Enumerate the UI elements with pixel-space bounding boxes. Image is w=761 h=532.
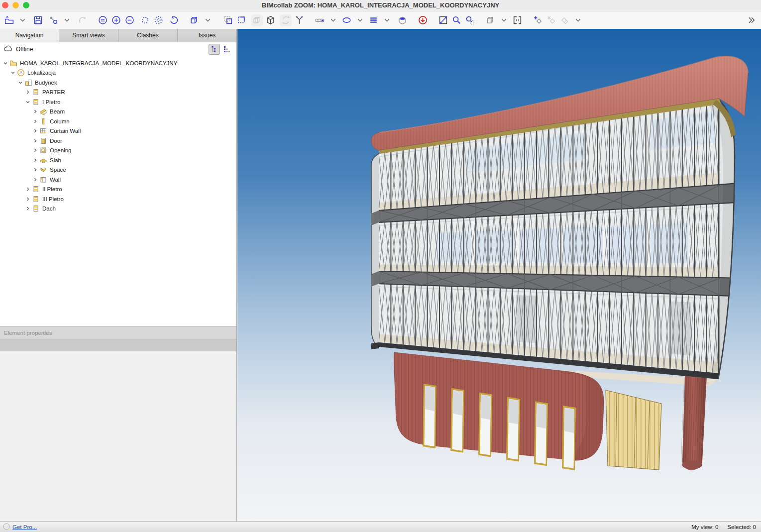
hide-circle-minus-icon[interactable]: [123, 14, 135, 26]
chevron-right-icon[interactable]: [24, 196, 31, 203]
element-properties-body: [0, 351, 236, 521]
share-link-icon[interactable]: [47, 14, 59, 26]
save-viewpoint-icon[interactable]: [32, 14, 44, 26]
clipping-planes-icon: [558, 14, 570, 26]
tree-view-toggles: [209, 44, 232, 55]
ruler-chevron-icon[interactable]: [327, 14, 339, 26]
status-counters: My view: 0 Selected: 0: [691, 524, 761, 530]
tree-item-i-pietro[interactable]: I Pietro: [0, 97, 236, 107]
tree-item-budynek[interactable]: Budynek: [0, 78, 236, 88]
transparent-dotted-ring-icon[interactable]: [152, 14, 164, 26]
add-clipping-plane-icon[interactable]: [532, 14, 544, 26]
chevron-down-icon[interactable]: [24, 99, 31, 106]
clipping-chevron-icon[interactable]: [572, 14, 584, 26]
window-title: BIMcollab ZOOM: HOMA_KAROL_INTEGRACJA_MO…: [0, 0, 761, 11]
tree-item-door[interactable]: Door: [0, 136, 236, 146]
tree-item-label: Curtain Wall: [50, 128, 81, 134]
chevron-right-icon[interactable]: [32, 118, 39, 125]
chevron-down-icon[interactable]: [2, 60, 9, 67]
open-dropdown-chevron-icon[interactable]: [16, 14, 28, 26]
tree-item-label: I Pietro: [42, 99, 60, 105]
model-viewport[interactable]: [237, 29, 761, 521]
measure-angle-icon[interactable]: [293, 14, 305, 26]
building-3d-model[interactable]: [237, 29, 761, 521]
transparent-dotted-circle-icon[interactable]: [139, 14, 151, 26]
window-titlebar: BIMcollab ZOOM: HOMA_KAROL_INTEGRACJA_MO…: [0, 0, 761, 11]
selected-counter: Selected: 0: [727, 524, 756, 530]
chevron-right-icon[interactable]: [32, 137, 39, 144]
gravity-down-icon[interactable]: [417, 14, 429, 26]
more-chevrons-icon[interactable]: [745, 14, 757, 26]
tree-item-curtain-wall[interactable]: Curtain Wall: [0, 126, 236, 136]
tree-item-label: Column: [50, 118, 70, 124]
tree-item-homa-karol-integracja-model-koordynacyjny[interactable]: HOMA_KAROL_INTEGRACJA_MODEL_KOORDYNACYJN…: [0, 58, 236, 68]
fit-model-square-icon[interactable]: [235, 14, 247, 26]
tree-item-opening[interactable]: Opening: [0, 146, 236, 156]
get-pro-link[interactable]: Get Pro...: [12, 524, 37, 530]
tab-issues[interactable]: Issues: [178, 29, 236, 42]
view-cube-chevron-icon[interactable]: [202, 14, 214, 26]
building-icon: [24, 79, 32, 87]
chevron-right-icon[interactable]: [32, 176, 39, 183]
tree-item-iii-pietro[interactable]: III Pietro: [0, 194, 236, 204]
refresh-sync-icon: [76, 14, 88, 26]
element-properties-columns: [0, 339, 236, 351]
tab-clashes[interactable]: Clashes: [118, 29, 178, 42]
tree-item-beam[interactable]: Beam: [0, 107, 236, 117]
line-thickness-chevron-icon[interactable]: [381, 14, 393, 26]
isolate-circle-equal-icon[interactable]: [97, 14, 109, 26]
chevron-right-icon[interactable]: [32, 127, 39, 134]
tree-item-label: HOMA_KAROL_INTEGRACJA_MODEL_KOORDYNACYJN…: [20, 60, 177, 66]
chevron-right-icon[interactable]: [24, 89, 31, 96]
show-circle-plus-icon[interactable]: [110, 14, 122, 26]
zoom-extents-icon[interactable]: [437, 14, 449, 26]
ruler-measure-icon[interactable]: [314, 14, 326, 26]
slab-icon: [39, 156, 47, 164]
tree-item-column[interactable]: Column: [0, 116, 236, 126]
hide-face-chevron-icon[interactable]: [498, 14, 510, 26]
zoom-selection-icon[interactable]: [464, 14, 476, 26]
share-dropdown-chevron-icon[interactable]: [61, 14, 73, 26]
tree-item-ii-pietro[interactable]: II Pietro: [0, 185, 236, 195]
panel-tabs: NavigationSmart viewsClashesIssues: [0, 29, 236, 42]
tree-item-slab[interactable]: Slab: [0, 155, 236, 165]
storey-icon: [31, 205, 40, 213]
chevron-right-icon[interactable]: [32, 108, 39, 115]
chevron-right-icon[interactable]: [24, 205, 31, 212]
tree-item-wall[interactable]: Wall: [0, 175, 236, 185]
status-bar: Get Pro... My view: 0 Selected: 0: [0, 521, 761, 532]
storey-icon: [31, 98, 40, 106]
chevron-right-icon[interactable]: [32, 147, 39, 154]
open-model-icon[interactable]: [3, 14, 15, 26]
chevron-right-icon[interactable]: [32, 166, 39, 173]
element-properties-header[interactable]: Element properties: [0, 326, 236, 339]
opening-icon: [39, 146, 47, 154]
tree-item-lokalizacja[interactable]: ALokalizacja: [0, 68, 236, 78]
tree-item-dach[interactable]: Dach: [0, 204, 236, 214]
view-cube-icon[interactable]: [188, 14, 200, 26]
ellipse-chevron-icon[interactable]: [354, 14, 366, 26]
section-bracket-icon[interactable]: [511, 14, 523, 26]
svg-text:A: A: [19, 70, 22, 75]
tree-item-label: Budynek: [35, 80, 57, 86]
tree-item-parter[interactable]: PARTER: [0, 88, 236, 98]
reset-rotate-icon[interactable]: [168, 14, 180, 26]
tab-navigation[interactable]: Navigation: [0, 29, 59, 42]
tab-smart-views[interactable]: Smart views: [59, 29, 118, 42]
chevron-down-icon[interactable]: [9, 69, 16, 76]
material-sphere-icon[interactable]: [396, 14, 408, 26]
tree-item-space[interactable]: Space: [0, 165, 236, 175]
hide-face-cube-icon[interactable]: [484, 14, 496, 26]
fit-selection-square-icon[interactable]: [222, 14, 234, 26]
tree-view-button[interactable]: [209, 44, 220, 55]
chevron-right-icon[interactable]: [24, 186, 31, 193]
cloud-icon: [4, 45, 13, 54]
chevron-down-icon[interactable]: [17, 79, 24, 86]
chevron-right-icon[interactable]: [32, 157, 39, 164]
ellipse-markup-icon[interactable]: [340, 14, 352, 26]
perspective-cube-icon[interactable]: [264, 14, 276, 26]
tree-item-label: III Pietro: [42, 196, 64, 202]
list-view-button[interactable]: [221, 44, 232, 55]
zoom-window-icon[interactable]: [450, 14, 462, 26]
line-thickness-icon[interactable]: [367, 14, 379, 26]
